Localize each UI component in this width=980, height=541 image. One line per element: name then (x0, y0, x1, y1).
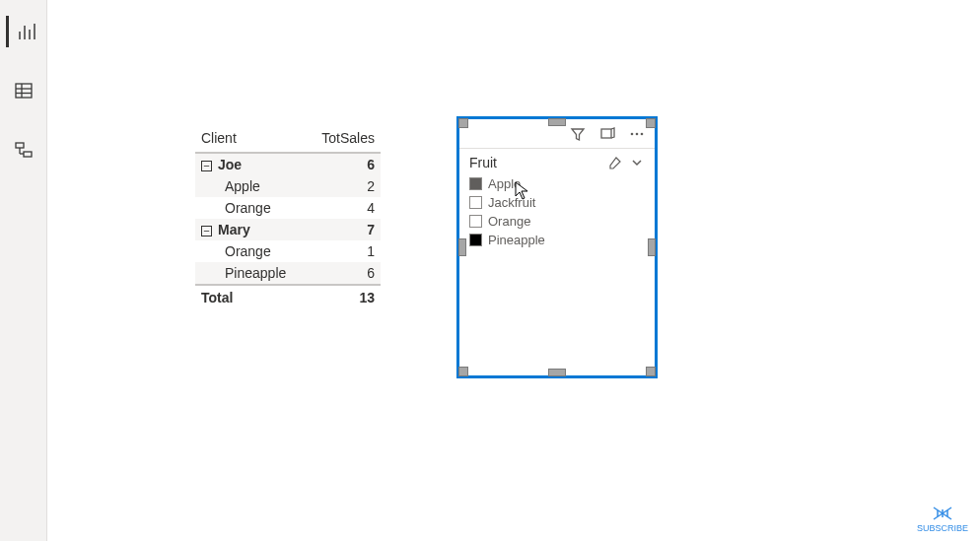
group-subtotal: 7 (307, 219, 381, 240)
slicer-item[interactable]: Apple (469, 174, 645, 193)
bar-chart-icon (17, 22, 36, 41)
total-label: Total (195, 285, 307, 308)
subscribe-label: SUBSCRIBE (917, 523, 968, 533)
slicer-item-label: Pineapple (488, 233, 545, 247)
focus-mode-icon[interactable] (597, 124, 617, 144)
matrix-group-row[interactable]: −Mary 7 (195, 219, 381, 240)
matrix-data-row[interactable]: Orange 1 (195, 240, 381, 262)
svg-rect-8 (16, 143, 24, 148)
matrix-data-row[interactable]: Orange 4 (195, 197, 381, 219)
resize-handle[interactable] (646, 367, 656, 376)
slicer-item[interactable]: Pineapple (469, 231, 645, 249)
group-label: Joe (218, 157, 242, 172)
slicer-item-label: Jackfruit (488, 195, 535, 210)
matrix-visual[interactable]: Client TotSales −Joe 6 Apple 2 Orange 4 (195, 126, 381, 308)
svg-rect-4 (16, 84, 32, 98)
matrix-data-row[interactable]: Apple 2 (195, 175, 381, 197)
resize-handle[interactable] (458, 367, 468, 376)
model-icon (14, 140, 34, 160)
matrix-data-row[interactable]: Pineapple 6 (195, 262, 381, 285)
checkbox-icon[interactable] (469, 215, 482, 228)
checkbox-icon[interactable] (469, 196, 482, 209)
filter-icon[interactable] (568, 124, 588, 144)
slicer-visual[interactable]: Fruit Apple (456, 116, 658, 378)
svg-rect-12 (601, 129, 611, 138)
total-value: 13 (307, 285, 381, 308)
resize-handle[interactable] (548, 118, 566, 126)
matrix-total-row: Total 13 (195, 285, 381, 308)
svg-point-15 (641, 132, 644, 135)
matrix-col-totsales[interactable]: TotSales (307, 126, 381, 153)
model-view-button[interactable] (6, 134, 41, 166)
resize-handle[interactable] (458, 118, 468, 128)
group-subtotal: 6 (307, 153, 381, 175)
matrix-header-row: Client TotSales (195, 126, 381, 153)
cell-label: Apple (195, 175, 307, 197)
cell-value: 1 (307, 240, 381, 262)
data-view-button[interactable] (6, 75, 41, 106)
subscribe-watermark: SUBSCRIBE (917, 506, 968, 533)
slicer-item[interactable]: Jackfruit (469, 193, 645, 212)
checkbox-icon[interactable] (469, 234, 482, 246)
report-view-button[interactable] (6, 16, 41, 47)
checkbox-icon[interactable] (469, 177, 482, 190)
report-canvas[interactable]: Client TotSales −Joe 6 Apple 2 Orange 4 (47, 0, 980, 541)
slicer-item-label: Orange (488, 214, 530, 229)
dna-icon (932, 506, 953, 521)
slicer-item-label: Apple (488, 176, 521, 191)
resize-handle[interactable] (458, 238, 466, 256)
resize-handle[interactable] (648, 238, 656, 256)
cell-value: 6 (307, 262, 381, 285)
slicer-title: Fruit (469, 155, 497, 170)
collapse-icon[interactable]: − (201, 226, 212, 237)
svg-point-14 (636, 132, 639, 135)
eraser-icon[interactable] (607, 155, 623, 170)
view-switcher (0, 0, 47, 541)
slicer-item[interactable]: Orange (469, 212, 645, 231)
slicer-body: Fruit Apple (459, 149, 655, 255)
cell-label: Orange (195, 197, 307, 219)
matrix-col-client[interactable]: Client (195, 126, 307, 153)
table-icon (14, 81, 34, 101)
matrix-group-row[interactable]: −Joe 6 (195, 153, 381, 175)
group-label: Mary (218, 222, 250, 237)
cell-label: Orange (195, 240, 307, 262)
resize-handle[interactable] (646, 118, 656, 128)
svg-rect-9 (24, 152, 32, 157)
cell-value: 4 (307, 197, 381, 219)
collapse-icon[interactable]: − (201, 161, 212, 171)
svg-point-13 (631, 132, 634, 135)
cell-value: 2 (307, 175, 381, 197)
more-options-icon[interactable] (627, 124, 647, 144)
chevron-down-icon[interactable] (629, 155, 645, 170)
resize-handle[interactable] (548, 369, 566, 376)
cell-label: Pineapple (195, 262, 307, 285)
